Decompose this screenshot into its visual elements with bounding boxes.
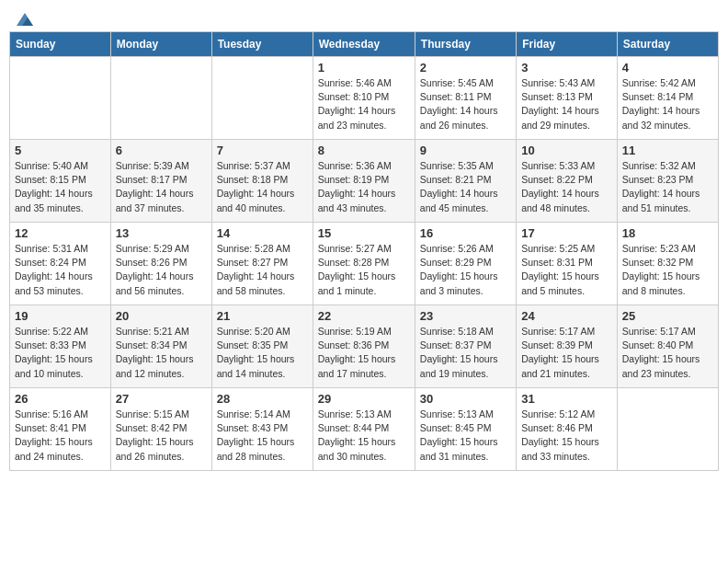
day-number: 27 [116,392,207,406]
calendar-cell: 18Sunrise: 5:23 AMSunset: 8:32 PMDayligh… [617,223,718,305]
day-info: Sunrise: 5:20 AMSunset: 8:35 PMDaylight:… [217,325,308,381]
day-number: 20 [116,309,207,323]
calendar-cell: 15Sunrise: 5:27 AMSunset: 8:28 PMDayligh… [313,223,415,305]
day-number: 7 [217,144,308,157]
calendar-cell: 10Sunrise: 5:33 AMSunset: 8:22 PMDayligh… [517,140,618,223]
calendar-cell: 29Sunrise: 5:13 AMSunset: 8:44 PMDayligh… [313,388,415,471]
day-number: 21 [217,309,308,323]
day-info: Sunrise: 5:45 AMSunset: 8:11 PMDaylight:… [420,76,511,132]
calendar-week-row: 1Sunrise: 5:46 AMSunset: 8:10 PMDaylight… [10,57,719,140]
calendar-cell [211,57,313,140]
logo-icon [15,9,35,29]
day-info: Sunrise: 5:28 AMSunset: 8:27 PMDaylight:… [217,242,308,298]
calendar-cell: 2Sunrise: 5:45 AMSunset: 8:11 PMDaylight… [415,57,516,140]
calendar-body: 1Sunrise: 5:46 AMSunset: 8:10 PMDaylight… [10,57,719,471]
calendar-week-row: 19Sunrise: 5:22 AMSunset: 8:33 PMDayligh… [10,305,719,388]
weekday-header-cell: Thursday [415,32,516,57]
day-number: 26 [15,392,106,406]
day-info: Sunrise: 5:37 AMSunset: 8:18 PMDaylight:… [217,159,308,215]
calendar-cell: 3Sunrise: 5:43 AMSunset: 8:13 PMDaylight… [517,57,618,140]
calendar-cell: 28Sunrise: 5:14 AMSunset: 8:43 PMDayligh… [211,388,313,471]
calendar-cell: 19Sunrise: 5:22 AMSunset: 8:33 PMDayligh… [10,305,111,388]
day-info: Sunrise: 5:23 AMSunset: 8:32 PMDaylight:… [622,242,713,298]
calendar-cell: 6Sunrise: 5:39 AMSunset: 8:17 PMDaylight… [110,140,211,223]
calendar-cell [110,57,211,140]
day-info: Sunrise: 5:17 AMSunset: 8:39 PMDaylight:… [521,325,612,381]
day-info: Sunrise: 5:43 AMSunset: 8:13 PMDaylight:… [521,76,612,132]
day-number: 12 [15,226,106,240]
day-info: Sunrise: 5:40 AMSunset: 8:15 PMDaylight:… [15,159,106,215]
calendar-cell: 31Sunrise: 5:12 AMSunset: 8:46 PMDayligh… [517,388,618,471]
weekday-header-cell: Friday [517,32,618,57]
day-info: Sunrise: 5:29 AMSunset: 8:26 PMDaylight:… [116,242,207,298]
calendar-cell: 13Sunrise: 5:29 AMSunset: 8:26 PMDayligh… [110,223,211,305]
day-number: 28 [217,392,308,406]
day-info: Sunrise: 5:15 AMSunset: 8:42 PMDaylight:… [116,408,207,464]
calendar-cell: 26Sunrise: 5:16 AMSunset: 8:41 PMDayligh… [10,388,111,471]
day-info: Sunrise: 5:42 AMSunset: 8:14 PMDaylight:… [622,76,713,132]
weekday-header-cell: Wednesday [313,32,415,57]
calendar-week-row: 12Sunrise: 5:31 AMSunset: 8:24 PMDayligh… [10,223,719,305]
day-number: 17 [521,226,612,240]
day-number: 23 [420,309,511,323]
day-info: Sunrise: 5:35 AMSunset: 8:21 PMDaylight:… [420,159,511,215]
day-number: 11 [622,144,713,157]
calendar-cell: 27Sunrise: 5:15 AMSunset: 8:42 PMDayligh… [110,388,211,471]
calendar-cell: 14Sunrise: 5:28 AMSunset: 8:27 PMDayligh… [211,223,313,305]
calendar-cell: 9Sunrise: 5:35 AMSunset: 8:21 PMDaylight… [415,140,516,223]
day-info: Sunrise: 5:17 AMSunset: 8:40 PMDaylight:… [622,325,713,381]
calendar-cell: 21Sunrise: 5:20 AMSunset: 8:35 PMDayligh… [211,305,313,388]
day-number: 13 [116,226,207,240]
day-number: 4 [622,61,713,75]
weekday-header-cell: Sunday [10,32,111,57]
day-info: Sunrise: 5:21 AMSunset: 8:34 PMDaylight:… [116,325,207,381]
calendar-cell: 12Sunrise: 5:31 AMSunset: 8:24 PMDayligh… [10,223,111,305]
day-info: Sunrise: 5:32 AMSunset: 8:23 PMDaylight:… [622,159,713,215]
day-info: Sunrise: 5:25 AMSunset: 8:31 PMDaylight:… [521,242,612,298]
day-number: 30 [420,392,511,406]
day-number: 22 [318,309,410,323]
calendar-week-row: 5Sunrise: 5:40 AMSunset: 8:15 PMDaylight… [10,140,719,223]
day-number: 3 [521,61,612,75]
calendar-week-row: 26Sunrise: 5:16 AMSunset: 8:41 PMDayligh… [10,388,719,471]
day-number: 8 [318,144,410,157]
day-info: Sunrise: 5:12 AMSunset: 8:46 PMDaylight:… [521,408,612,464]
day-info: Sunrise: 5:16 AMSunset: 8:41 PMDaylight:… [15,408,106,464]
day-number: 29 [318,392,410,406]
day-info: Sunrise: 5:36 AMSunset: 8:19 PMDaylight:… [318,159,410,215]
calendar-cell: 30Sunrise: 5:13 AMSunset: 8:45 PMDayligh… [415,388,516,471]
calendar-cell: 17Sunrise: 5:25 AMSunset: 8:31 PMDayligh… [517,223,618,305]
day-info: Sunrise: 5:33 AMSunset: 8:22 PMDaylight:… [521,159,612,215]
day-info: Sunrise: 5:19 AMSunset: 8:36 PMDaylight:… [318,325,410,381]
day-info: Sunrise: 5:31 AMSunset: 8:24 PMDaylight:… [15,242,106,298]
day-info: Sunrise: 5:26 AMSunset: 8:29 PMDaylight:… [420,242,511,298]
day-info: Sunrise: 5:13 AMSunset: 8:45 PMDaylight:… [420,408,511,464]
calendar-table: SundayMondayTuesdayWednesdayThursdayFrid… [9,31,719,471]
day-number: 25 [622,309,713,323]
calendar-cell: 20Sunrise: 5:21 AMSunset: 8:34 PMDayligh… [110,305,211,388]
day-number: 2 [420,61,511,75]
calendar-cell: 7Sunrise: 5:37 AMSunset: 8:18 PMDaylight… [211,140,313,223]
calendar-cell: 5Sunrise: 5:40 AMSunset: 8:15 PMDaylight… [10,140,111,223]
day-info: Sunrise: 5:39 AMSunset: 8:17 PMDaylight:… [116,159,207,215]
calendar-cell [10,57,111,140]
logo [13,9,35,24]
calendar-cell: 16Sunrise: 5:26 AMSunset: 8:29 PMDayligh… [415,223,516,305]
day-number: 24 [521,309,612,323]
day-info: Sunrise: 5:14 AMSunset: 8:43 PMDaylight:… [217,408,308,464]
day-number: 19 [15,309,106,323]
day-number: 5 [15,144,106,157]
day-info: Sunrise: 5:22 AMSunset: 8:33 PMDaylight:… [15,325,106,381]
calendar-cell: 1Sunrise: 5:46 AMSunset: 8:10 PMDaylight… [313,57,415,140]
calendar-cell: 8Sunrise: 5:36 AMSunset: 8:19 PMDaylight… [313,140,415,223]
calendar-cell [617,388,718,471]
weekday-header-row: SundayMondayTuesdayWednesdayThursdayFrid… [10,32,719,57]
weekday-header-cell: Monday [110,32,211,57]
calendar-cell: 22Sunrise: 5:19 AMSunset: 8:36 PMDayligh… [313,305,415,388]
day-number: 31 [521,392,612,406]
day-info: Sunrise: 5:46 AMSunset: 8:10 PMDaylight:… [318,76,410,132]
day-info: Sunrise: 5:13 AMSunset: 8:44 PMDaylight:… [318,408,410,464]
day-number: 6 [116,144,207,157]
day-info: Sunrise: 5:18 AMSunset: 8:37 PMDaylight:… [420,325,511,381]
calendar-cell: 23Sunrise: 5:18 AMSunset: 8:37 PMDayligh… [415,305,516,388]
